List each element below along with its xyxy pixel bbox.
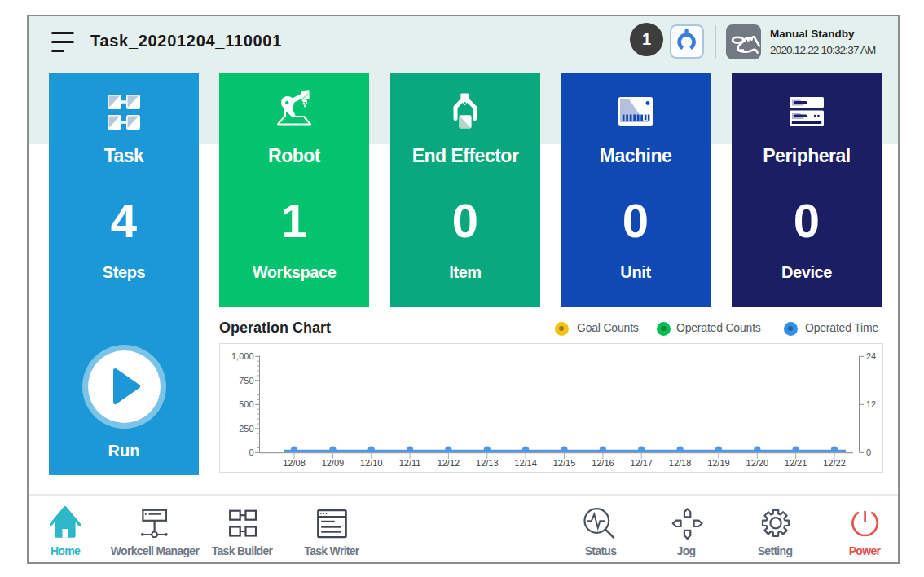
svg-text:24: 24 xyxy=(866,351,876,361)
svg-text:12/18: 12/18 xyxy=(669,458,692,468)
svg-text:12/13: 12/13 xyxy=(476,458,499,468)
svg-text:12/20: 12/20 xyxy=(746,458,769,468)
svg-text:12/15: 12/15 xyxy=(553,458,576,468)
svg-text:12/22: 12/22 xyxy=(823,458,846,468)
svg-text:12/19: 12/19 xyxy=(707,458,730,468)
svg-text:12/14: 12/14 xyxy=(514,458,537,468)
svg-text:1,000: 1,000 xyxy=(231,351,254,361)
svg-text:12/16: 12/16 xyxy=(592,458,614,468)
svg-text:12/17: 12/17 xyxy=(630,458,653,468)
svg-text:750: 750 xyxy=(239,376,253,385)
svg-text:12/12: 12/12 xyxy=(438,458,460,468)
svg-text:12/10: 12/10 xyxy=(360,458,383,468)
svg-text:0: 0 xyxy=(249,447,253,457)
svg-text:12/11: 12/11 xyxy=(399,458,421,468)
svg-text:250: 250 xyxy=(239,424,253,434)
svg-text:0: 0 xyxy=(866,447,871,457)
svg-text:12/21: 12/21 xyxy=(785,458,807,468)
svg-text:12/09: 12/09 xyxy=(322,458,345,468)
svg-text:12/08: 12/08 xyxy=(283,458,306,468)
svg-text:12: 12 xyxy=(866,399,876,409)
svg-text:500: 500 xyxy=(239,399,253,409)
